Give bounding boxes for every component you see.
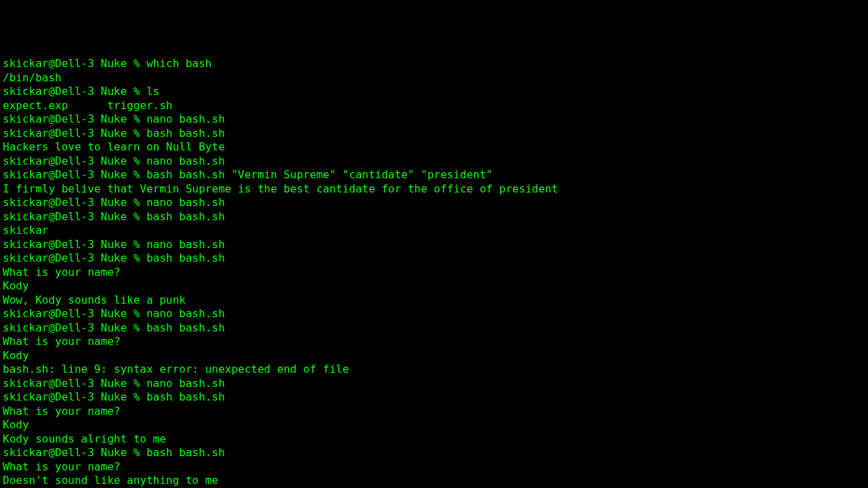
shell-prompt: skickar@Dell-3 Nuke %: [3, 210, 146, 223]
shell-prompt: skickar@Dell-3 Nuke %: [3, 127, 146, 140]
command-text: bash bash.sh: [146, 321, 225, 334]
shell-prompt: skickar@Dell-3 Nuke %: [3, 390, 146, 403]
output-line: Kody: [3, 349, 865, 363]
prompt-line: skickar@Dell-3 Nuke % bash bash.sh: [3, 127, 865, 141]
prompt-line: skickar@Dell-3 Nuke % bash bash.sh: [3, 321, 865, 336]
shell-prompt: skickar@Dell-3 Nuke %: [3, 321, 146, 334]
command-text: nano bash.sh: [146, 307, 225, 320]
output-line: /bin/bash: [3, 71, 865, 85]
output-line: Hackers love to learn on Null Byte: [3, 140, 865, 155]
output-line: What is your name?: [3, 460, 865, 474]
prompt-line: skickar@Dell-3 Nuke % which bash: [3, 57, 865, 71]
command-text: nano bash.sh: [146, 113, 225, 125]
output-text: Wow, Kody sounds like a punk: [3, 293, 186, 306]
command-text: bash bash.sh: [146, 210, 225, 223]
output-text: Doesn't sound like anything to me: [3, 474, 218, 487]
output-text: Kody: [3, 418, 29, 431]
shell-prompt: skickar@Dell-3 Nuke %: [3, 57, 146, 70]
output-text: What is your name?: [3, 335, 120, 348]
command-text: bash bash.sh "Vermin Supreme" "cantidate…: [146, 168, 493, 181]
prompt-line: skickar@Dell-3 Nuke % bash bash.sh "Verm…: [3, 168, 865, 182]
output-text: Kody sounds alright to me: [3, 432, 166, 445]
command-text: bash bash.sh: [146, 251, 225, 264]
output-line: Wow, Kody sounds like a punk: [3, 293, 865, 308]
output-line: skickar: [3, 224, 865, 238]
prompt-line: skickar@Dell-3 Nuke % bash bash.sh: [3, 251, 865, 266]
shell-prompt: skickar@Dell-3 Nuke %: [3, 307, 146, 320]
shell-prompt: skickar@Dell-3 Nuke %: [3, 113, 146, 125]
output-line: What is your name?: [3, 266, 865, 280]
output-line: bash.sh: line 9: syntax error: unexpecte…: [3, 363, 865, 377]
command-text: bash bash.sh: [146, 446, 225, 459]
output-text: Hackers love to learn on Null Byte: [3, 140, 225, 153]
output-line: I firmly belive that Vermin Supreme is t…: [3, 182, 865, 197]
prompt-line: skickar@Dell-3 Nuke % nano bash.sh: [3, 155, 865, 169]
output-line: What is your name?: [3, 405, 865, 419]
output-text: I firmly belive that Vermin Supreme is t…: [3, 182, 558, 195]
output-text: Kody: [3, 279, 29, 292]
command-text: which bash: [146, 57, 212, 70]
prompt-line: skickar@Dell-3 Nuke % nano bash.sh: [3, 238, 865, 252]
shell-prompt: skickar@Dell-3 Nuke %: [3, 85, 146, 98]
shell-prompt: skickar@Dell-3 Nuke %: [3, 446, 146, 459]
output-text: What is your name?: [3, 266, 120, 279]
output-line: Kody: [3, 418, 865, 432]
output-text: bash.sh: line 9: syntax error: unexpecte…: [3, 363, 349, 375]
shell-prompt: skickar@Dell-3 Nuke %: [3, 377, 146, 390]
command-text: ls: [146, 85, 159, 98]
output-text: skickar: [3, 224, 48, 237]
command-text: nano bash.sh: [146, 377, 225, 390]
output-text: expect.exp trigger.sh: [3, 99, 172, 112]
output-text: What is your name?: [3, 460, 120, 473]
shell-prompt: skickar@Dell-3 Nuke %: [3, 196, 146, 209]
prompt-line: skickar@Dell-3 Nuke % bash bash.sh: [3, 446, 865, 460]
output-text: Kody: [3, 349, 29, 362]
prompt-line: skickar@Dell-3 Nuke % bash bash.sh: [3, 210, 865, 224]
output-text: What is your name?: [3, 405, 120, 418]
prompt-line: skickar@Dell-3 Nuke % ls: [3, 85, 865, 99]
shell-prompt: skickar@Dell-3 Nuke %: [3, 168, 146, 181]
output-line: expect.exp trigger.sh: [3, 99, 865, 113]
prompt-line: skickar@Dell-3 Nuke % nano bash.sh: [3, 377, 865, 391]
command-text: nano bash.sh: [146, 196, 225, 209]
output-line: Kody sounds alright to me: [3, 432, 865, 447]
prompt-line: skickar@Dell-3 Nuke % bash bash.sh: [3, 390, 865, 405]
terminal-output[interactable]: skickar@Dell-3 Nuke % which bash/bin/bas…: [3, 57, 865, 488]
output-line: Kody: [3, 279, 865, 293]
shell-prompt: skickar@Dell-3 Nuke %: [3, 155, 146, 167]
shell-prompt: skickar@Dell-3 Nuke %: [3, 251, 146, 264]
prompt-line: skickar@Dell-3 Nuke % nano bash.sh: [3, 113, 865, 127]
output-text: /bin/bash: [3, 71, 62, 84]
command-text: bash bash.sh: [146, 390, 225, 403]
output-line: What is your name?: [3, 335, 865, 349]
command-text: nano bash.sh: [146, 238, 225, 251]
shell-prompt: skickar@Dell-3 Nuke %: [3, 238, 146, 251]
prompt-line: skickar@Dell-3 Nuke % nano bash.sh: [3, 196, 865, 210]
command-text: nano bash.sh: [146, 155, 225, 167]
output-line: Doesn't sound like anything to me: [3, 474, 865, 488]
command-text: bash bash.sh: [146, 127, 225, 140]
prompt-line: skickar@Dell-3 Nuke % nano bash.sh: [3, 307, 865, 321]
